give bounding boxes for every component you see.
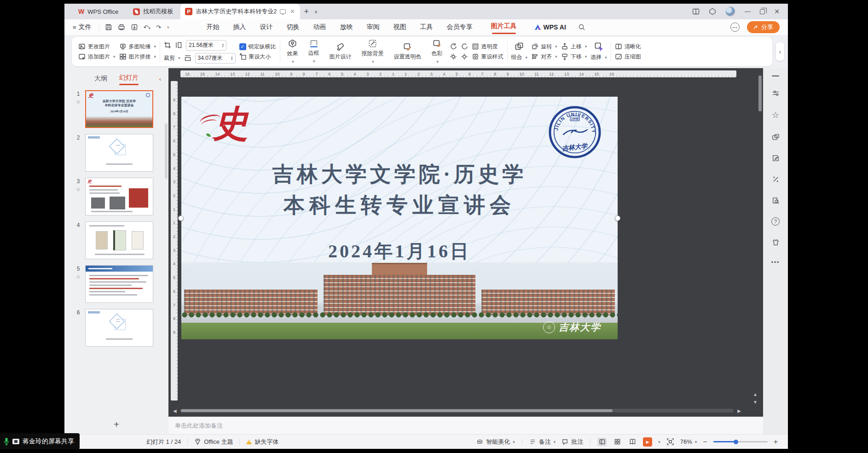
zoom-out-button[interactable]: −: [703, 438, 707, 446]
document-search-icon[interactable]: [771, 196, 780, 205]
missing-font-warning[interactable]: 缺失字体: [246, 438, 278, 446]
thumbnail-slide-3[interactable]: 史: [85, 178, 153, 215]
height-stepper-icon[interactable]: ▴▾: [222, 43, 224, 47]
tab-wps-office[interactable]: W WPS Office: [71, 4, 126, 19]
selection-handle-right[interactable]: [615, 215, 620, 221]
menu-tab[interactable]: 工具: [420, 23, 433, 31]
tab-docer-templates[interactable]: 找稻壳模板: [126, 4, 180, 19]
remove-background-button[interactable]: 抠除背景: [359, 39, 387, 64]
compress-picture-button[interactable]: 压缩图: [615, 53, 641, 61]
comment-button[interactable]: 批注: [561, 438, 583, 446]
reset-size-button[interactable]: 重设大小: [239, 53, 276, 61]
picture-stitch-button[interactable]: 图片拼接: [119, 53, 156, 61]
thumbnail-slide-4[interactable]: [85, 221, 153, 259]
thumbnail-slide-6[interactable]: 二: [85, 309, 153, 347]
decrease-contrast-icon[interactable]: [461, 43, 468, 50]
menu-tab[interactable]: 切换: [287, 23, 300, 31]
theme-button[interactable]: Office 主题: [194, 438, 233, 446]
menu-tab[interactable]: 审阅: [367, 23, 380, 31]
transparency-button[interactable]: 透明度: [472, 43, 498, 51]
share-button[interactable]: 分享: [747, 21, 780, 33]
menu-tab[interactable]: 视图: [393, 23, 406, 31]
increase-brightness-icon[interactable]: [450, 53, 457, 60]
close-tab-icon[interactable]: ✕: [289, 8, 295, 15]
effects-button[interactable]: 效果: [284, 39, 301, 64]
slide-canvas[interactable]: 1615141312111098765432112345678910111213…: [168, 68, 763, 417]
split-view-icon[interactable]: [692, 8, 700, 15]
move-down-button[interactable]: 下移: [561, 53, 587, 61]
favorites-star-icon[interactable]: [772, 110, 779, 120]
thumbnail-slide-1[interactable]: 史 吉林大学文学院·历史学本科生转专业宣讲会 2024年1月16日: [85, 90, 153, 128]
tab-outline[interactable]: 大纲: [94, 75, 107, 83]
collapse-panel-chevron[interactable]: ‹: [159, 76, 161, 82]
clarify-button[interactable]: 清晰化: [615, 43, 641, 51]
notes-toggle-button[interactable]: 备注▾: [529, 438, 556, 446]
slide-editing-area[interactable]: 史 JILIN UNIVERSITY · CHINA 1946 吉林大: [181, 97, 618, 339]
next-slide-button[interactable]: ▼: [753, 400, 758, 405]
tab-presentation-active[interactable]: P 吉林大学历史学科本科转专业2 ✕: [180, 4, 300, 19]
height-input[interactable]: 21.56厘米 ▴▾: [186, 40, 226, 51]
help-service-icon[interactable]: •••: [730, 23, 740, 32]
slide-title-line2[interactable]: 本科生转专业宣讲会: [181, 191, 618, 220]
thumbnail-slide-5[interactable]: [85, 265, 153, 303]
help-icon[interactable]: ?: [771, 217, 780, 226]
ribbon-expand-chevron[interactable]: ›: [776, 42, 784, 61]
crop-button[interactable]: 裁剪: [164, 54, 180, 62]
university-seal[interactable]: JILIN UNIVERSITY · CHINA 1946 吉林大学: [548, 105, 602, 159]
border-button[interactable]: 边框: [305, 40, 323, 64]
multi-picture-carousel-button[interactable]: 多图轮播: [119, 43, 156, 51]
app-cube-icon[interactable]: [709, 8, 716, 15]
color-button[interactable]: 色彩: [428, 39, 446, 64]
user-avatar[interactable]: [725, 6, 735, 17]
print-icon[interactable]: [118, 23, 125, 31]
theme-skin-icon[interactable]: [771, 238, 780, 247]
search-icon[interactable]: [578, 23, 585, 31]
campus-photo[interactable]: ۞ 吉林大学: [181, 262, 618, 339]
zoom-level[interactable]: 76%▾: [680, 438, 697, 445]
sidebar-scrollbar[interactable]: [165, 123, 168, 179]
undo-icon[interactable]: ↶▾: [144, 24, 150, 31]
save-icon[interactable]: [105, 23, 112, 31]
menu-tab[interactable]: 动画: [313, 23, 326, 31]
close-window-icon[interactable]: ✕: [774, 8, 780, 15]
crop-icon[interactable]: [164, 41, 171, 49]
restore-window-icon[interactable]: [760, 9, 765, 14]
properties-sliders-icon[interactable]: [771, 89, 780, 98]
notes-bar[interactable]: 单击此处添加备注: [168, 417, 763, 434]
menu-tab[interactable]: 开始: [207, 23, 220, 31]
picture-design-button[interactable]: 图片设计: [326, 42, 355, 61]
slide-sorter-view-button[interactable]: [613, 438, 622, 446]
set-transparent-color-button[interactable]: 设置透明色: [391, 42, 425, 61]
zoom-in-button[interactable]: +: [774, 438, 778, 446]
move-up-button[interactable]: 上移: [561, 43, 587, 51]
reset-style-button[interactable]: 重设样式: [472, 53, 503, 61]
add-picture-button[interactable]: 添加图片: [78, 53, 116, 61]
width-input[interactable]: 34.07厘米 ▴▾: [195, 53, 236, 64]
selection-handle-left[interactable]: [178, 215, 184, 221]
minimize-window-icon[interactable]: [745, 12, 751, 12]
increase-contrast-icon[interactable]: [450, 43, 457, 50]
design-assistant-icon[interactable]: [771, 154, 780, 163]
shapes-layers-icon[interactable]: [771, 133, 780, 141]
slide-title-line1[interactable]: 吉林大学文学院·历史学: [181, 160, 618, 189]
scroll-right-arrow-icon[interactable]: ▶: [737, 408, 741, 413]
menu-tab[interactable]: 设计: [260, 23, 273, 31]
quickbar-more-chevron-icon[interactable]: ∨: [167, 25, 170, 29]
smart-beautify-button[interactable]: 智能美化▾: [476, 438, 515, 446]
group-button[interactable]: 组合: [511, 53, 528, 61]
menu-tab[interactable]: 插入: [233, 23, 246, 31]
slideshow-play-button[interactable]: ▶: [643, 437, 652, 447]
menu-tab[interactable]: 会员专享: [447, 23, 473, 31]
slide-date[interactable]: 2024年1月16日: [181, 238, 618, 264]
magic-wand-icon[interactable]: [771, 175, 780, 184]
redo-icon[interactable]: ↷: [156, 24, 161, 31]
lock-aspect-ratio-toggle[interactable]: 锁定纵横比: [239, 43, 276, 51]
tab-picture-tools-active[interactable]: 图片工具: [491, 22, 517, 32]
vertical-scrollbar[interactable]: [758, 76, 762, 111]
align-button[interactable]: 对齐: [531, 53, 557, 61]
history-logo[interactable]: 史: [203, 103, 253, 147]
zoom-slider-knob[interactable]: [734, 440, 738, 444]
more-tools-icon[interactable]: •••: [771, 259, 780, 266]
previous-slide-button[interactable]: ▲: [753, 392, 758, 397]
scroll-left-arrow-icon[interactable]: ◀: [173, 408, 177, 413]
